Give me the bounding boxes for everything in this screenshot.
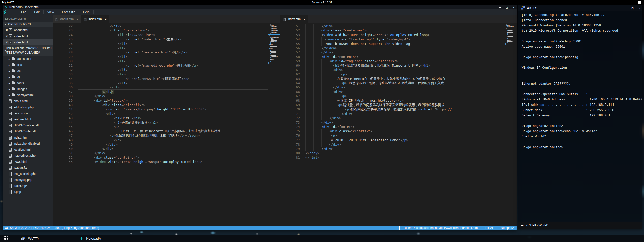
file-row[interactable]: location.html bbox=[3, 147, 53, 153]
code-line-35[interactable]: 35</li> bbox=[53, 81, 268, 85]
code-line-34[interactable]: 34<a href="news.html">玩家傳送門</a> bbox=[53, 77, 268, 81]
code-line-63[interactable]: 63在香港的Minecraft 伺服器中，多為小遊戲和純生存的伺服器，較少擁有 bbox=[280, 77, 505, 81]
code-line-64[interactable]: 64<p> 即使你不是建築師，你也能透過紅石師或鐵路工程師的身份加入我 bbox=[280, 81, 505, 85]
workspace-root-header[interactable]: ▾ USER:/DESKTOP/SCREENSHOT /TEST/WWW CLE… bbox=[3, 45, 53, 56]
code-line-43[interactable]: 43<h1>HKWTC</h1> bbox=[53, 116, 268, 120]
notepada-titlebar[interactable]: NotepadA - index.html – □ × bbox=[3, 5, 517, 9]
file-row[interactable]: HKWTC notice.pdf bbox=[3, 122, 53, 128]
minimize-button[interactable]: – bbox=[625, 7, 626, 10]
code-line-29[interactable]: 29</li> bbox=[53, 55, 268, 59]
code-line-54[interactable]: 54<source src="trailer.mp4" type="video/… bbox=[280, 37, 505, 41]
tab-index.html[interactable]: index.html× bbox=[280, 15, 308, 23]
file-row[interactable]: testmysql.php bbox=[3, 177, 53, 183]
taskbar-app-notepada[interactable]: NotepadA bbox=[77, 235, 103, 242]
file-row[interactable]: about.html bbox=[3, 98, 53, 104]
code-line-22[interactable]: 22</div> bbox=[53, 24, 268, 28]
code-line-71[interactable]: 71</div> bbox=[280, 112, 505, 116]
hamburger-menu-icon[interactable] bbox=[638, 1, 641, 4]
code-line-53[interactable]: 53<video width="100%" height="500px" aut… bbox=[280, 33, 505, 37]
open-editor-item[interactable]: ×about.html bbox=[3, 27, 53, 33]
code-line-51[interactable]: 51</div> bbox=[53, 151, 268, 155]
open-editors-section-header[interactable]: ▾ OPEN EDITORS bbox=[3, 22, 53, 27]
code-line-31[interactable]: 31<a href="mapredirect.php">網上地圖</a> bbox=[53, 63, 268, 68]
code-line-72[interactable]: 72</div> bbox=[280, 116, 505, 120]
code-editor-right[interactable]: 51</div>52<div class="container">53<vide… bbox=[280, 23, 505, 226]
close-button[interactable]: × bbox=[639, 7, 640, 10]
tab-index.html[interactable]: index.html× bbox=[81, 15, 109, 23]
code-line-75[interactable]: 75<div class="clearfix"> bbox=[280, 129, 505, 133]
code-line-40[interactable]: 40<div class="clearfix"> bbox=[53, 103, 268, 107]
code-line-52[interactable]: 52<div class="container"> bbox=[280, 28, 505, 32]
code-line-44[interactable]: 44<h2>香港的建築伺服器</h2> bbox=[53, 120, 268, 125]
menu-item-help[interactable]: Help bbox=[79, 10, 94, 14]
folder-row[interactable]: ▸dc bbox=[3, 68, 53, 74]
menu-item-edit[interactable]: Edit bbox=[30, 10, 43, 14]
code-line-47[interactable]: 47<b>你知道我們全線伺服器已轉用 SSD 了嗎？</b></span> bbox=[53, 133, 268, 138]
file-row[interactable]: teabag.7z bbox=[3, 165, 53, 171]
file-row[interactable]: news.html bbox=[3, 159, 53, 165]
menu-item-file[interactable]: File bbox=[17, 10, 30, 14]
code-line-61[interactable]: 61<div> bbox=[280, 68, 505, 72]
file-row[interactable]: features.html bbox=[3, 116, 53, 122]
close-icon[interactable]: × bbox=[5, 34, 9, 38]
code-line-45[interactable]: 45<p> bbox=[53, 125, 268, 129]
code-line-74[interactable]: 74<div id="footer"> bbox=[280, 125, 505, 129]
file-row[interactable]: test_sockets.php bbox=[3, 171, 53, 177]
folder-row[interactable]: ▸fonts bbox=[3, 80, 53, 86]
tab-about.html[interactable]: about.html× bbox=[53, 15, 81, 23]
close-icon[interactable]: × bbox=[105, 18, 106, 21]
code-line-73[interactable]: 73</div> bbox=[280, 120, 505, 125]
file-row[interactable]: index.php_disabled bbox=[3, 141, 53, 147]
close-icon[interactable]: × bbox=[77, 18, 78, 21]
code-line-69[interactable]: 69<p>請注意，我們的伺服器為確保玩家及遊玩時的質素，我們對的服務開放 bbox=[280, 103, 505, 107]
code-line-23[interactable]: 23<ul id="navigation"> bbox=[53, 28, 268, 32]
code-line-25[interactable]: 25<a href="index.html">主頁</a> bbox=[53, 37, 268, 41]
file-row[interactable]: HKWTC rule.pdf bbox=[3, 128, 53, 134]
file-row[interactable]: add_vhost.php bbox=[3, 104, 53, 110]
code-line-38[interactable]: 38</div> bbox=[53, 94, 268, 98]
code-line-46[interactable]: 46HKWTC 是一個 Minecraft 的建築伺服器，主要建築計劃包括鐵路 bbox=[53, 129, 268, 133]
close-icon[interactable]: × bbox=[5, 41, 9, 44]
code-line-33[interactable]: 33<li> bbox=[53, 72, 268, 76]
code-line-42[interactable]: 42<div> bbox=[53, 112, 268, 116]
code-line-80[interactable]: 80</body> bbox=[280, 151, 505, 155]
code-line-58[interactable]: 58<div id="contents"> bbox=[280, 55, 505, 59]
code-editor-left[interactable]: 22</div>23<ul id="navigation">24<li clas… bbox=[53, 23, 268, 226]
code-line-27[interactable]: 27<li> bbox=[53, 46, 268, 50]
file-row[interactable]: x.php bbox=[3, 189, 53, 195]
folder-row[interactable]: ▸yamiyamimi bbox=[3, 92, 53, 98]
menu-item-view[interactable]: View bbox=[43, 10, 58, 14]
code-line-41[interactable]: 41<img src="images/box.png" height="342"… bbox=[53, 107, 268, 111]
file-row[interactable]: index.html bbox=[3, 134, 53, 141]
code-line-76[interactable]: 76<p> bbox=[280, 133, 505, 138]
code-line-77[interactable]: 77© 2018 - 2019 HKWTC Animation Gamer</p… bbox=[280, 138, 505, 142]
maximize-button[interactable]: □ bbox=[632, 7, 633, 10]
code-line-39[interactable]: 39<div id="topbox"> bbox=[53, 98, 268, 103]
code-line-36[interactable]: 36</ul> bbox=[53, 85, 268, 89]
open-editor-item[interactable]: ×index.html bbox=[3, 39, 53, 45]
folder-row[interactable]: ▸autostation bbox=[3, 56, 53, 62]
code-line-49[interactable]: 49</div> bbox=[53, 142, 268, 147]
folder-row[interactable]: ▸images bbox=[3, 86, 53, 92]
folder-row[interactable]: ▸css bbox=[3, 62, 53, 68]
app-launcher-grid-icon[interactable] bbox=[4, 236, 8, 240]
code-line-30[interactable]: 30<li> bbox=[53, 59, 268, 63]
code-line-28[interactable]: 28<a href="features.html">簡介</a> bbox=[53, 50, 268, 54]
code-line-56[interactable]: 56</video> bbox=[280, 46, 505, 50]
close-button[interactable]: × bbox=[513, 6, 515, 9]
code-line-24[interactable]: 24<li class="active"> bbox=[53, 33, 268, 37]
code-line-57[interactable]: 57</div> bbox=[280, 50, 505, 54]
code-line-60[interactable]: 60<h1>特別為建築及鐵路而設，現代化的 Minecraft 世界.</h1> bbox=[280, 63, 505, 68]
code-line-62[interactable]: 62<p> bbox=[280, 72, 505, 76]
code-line-48[interactable]: 48</p> bbox=[53, 138, 268, 142]
file-row[interactable]: favicon.ico bbox=[3, 110, 53, 116]
file-row[interactable]: mapredirect.php bbox=[3, 153, 53, 159]
wstty-titlebar[interactable]: WsTTY – □ × bbox=[518, 5, 642, 11]
terminal-input[interactable]: echo "Hello World" bbox=[518, 222, 642, 229]
code-line-26[interactable]: 26</li> bbox=[53, 42, 268, 46]
code-line-50[interactable]: 50</div> bbox=[53, 147, 268, 151]
menu-item-font-size[interactable]: Font Size bbox=[58, 10, 79, 14]
code-line-66[interactable]: 66<div> bbox=[280, 90, 505, 94]
code-line-70[interactable]: 70<p>如有問題或需要申請白名單，歡迎加入我們的 <a href="https… bbox=[280, 107, 505, 111]
code-line-81[interactable]: 81</html> bbox=[280, 155, 505, 160]
